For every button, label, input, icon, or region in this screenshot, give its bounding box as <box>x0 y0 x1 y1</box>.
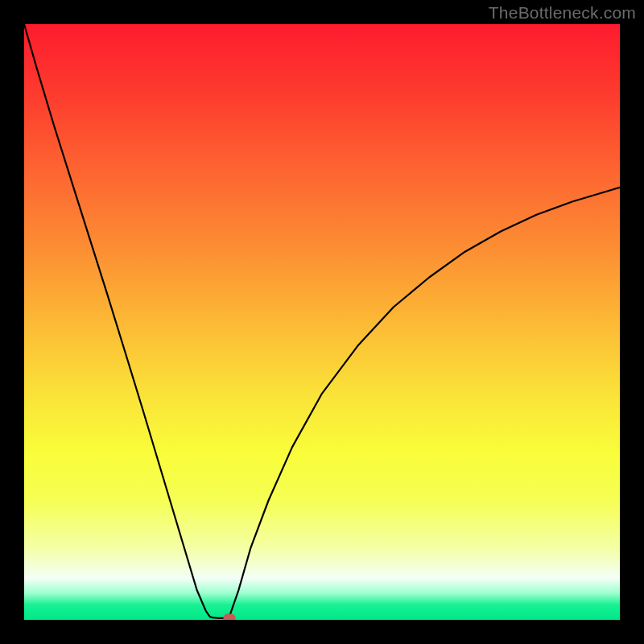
bottleneck-curve <box>24 24 620 620</box>
plot-area <box>24 24 620 620</box>
watermark-text: TheBottleneck.com <box>489 3 636 23</box>
chart-frame: TheBottleneck.com <box>0 0 644 644</box>
minimum-marker <box>223 613 235 620</box>
